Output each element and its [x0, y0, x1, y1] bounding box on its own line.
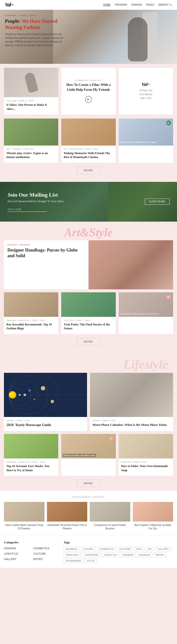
card-kowalski: FASHION / LIFESTYLE / JUNE 7, 2018 Roy K…	[4, 292, 58, 334]
section-title-lifestyle: Lifestyle	[0, 353, 177, 373]
card-category: DIY / ADVENTURE / JUNE 1, 2018	[64, 148, 113, 150]
art-style-content: FASHION / TRENDING Designer Handbags: Pu…	[0, 240, 177, 354]
featured-card-image	[89, 240, 173, 289]
nav-search[interactable]: SEARCH 🔍	[158, 4, 172, 6]
card-category: FASHION / LIFESTYLE / JUNE 7, 2018	[7, 319, 56, 322]
card-title: Moon Phase Calendar: What is the Moon Ph…	[92, 422, 170, 427]
sponsored-title: Hand Crafted Multi Coloured Chest Of Dra…	[4, 524, 45, 530]
card-body: YOUTUBE / JUNE 19, 2018 It Takes: One Pe…	[4, 97, 58, 114]
tag-highlight[interactable]: HIGHLIGHT	[64, 553, 81, 557]
tag-sponsored[interactable]: SPONSORED	[64, 558, 83, 563]
card-fitness: ▶ How Can I Lose Weight Fast in 3 Days?	[119, 118, 173, 163]
tag-retro[interactable]: RETRO	[154, 553, 166, 557]
footer-tags: Tags BANNERS COLORS COSMETICS CULTURE DI…	[64, 540, 173, 563]
card-grid-2: ART / TRAVEL / JUNE 2018 Theatre play re…	[4, 118, 173, 163]
card-title: Top 10 Awesome Face Masks: You Have to T…	[7, 464, 56, 472]
card-overlay-title: How Can I Lose Weight Fast in 3 Days?	[121, 141, 157, 144]
sponsored-item-2[interactable]: Handmade Terracotta Flower Pots & Plante…	[47, 502, 88, 530]
hero-title: People: We Have Started Wasting Fashion	[5, 18, 64, 30]
moon-image	[90, 373, 173, 417]
footer-cat-cosmetics[interactable]: COSMETICS	[33, 547, 59, 550]
tag-colors[interactable]: COLORS	[81, 547, 96, 551]
icon-badge: ▶	[109, 436, 114, 441]
section-1: YOUTUBE / JUNE 19, 2018 It Takes: One Pe…	[0, 64, 177, 118]
footer-cat-gallery[interactable]: GALLERY	[4, 558, 29, 560]
card-category: ART / TRAVEL / JUNE 2018	[7, 148, 56, 150]
card-film: COSMETICS / LIFESTYLE How To Create a Fi…	[61, 68, 116, 114]
more-button-2[interactable]: MORE	[77, 338, 100, 345]
lifestyle-featured: ASTRO / JUNE 7, 2018 2018: Yearly Horosc…	[0, 373, 177, 431]
art-card-grid: FASHION / LIFESTYLE / JUNE 7, 2018 Roy K…	[4, 292, 173, 334]
icon-badge: ▶	[166, 120, 171, 126]
card-overlay-title: Garden Art Ideas: By Urban Artist	[63, 454, 96, 457]
card-sheila: ▶ Meet Sheila: Contemporary Dance Instru…	[119, 292, 173, 334]
card-dance: YOUTUBE / JUNE 19, 2018 It Takes: One Pe…	[4, 68, 58, 114]
tags-grid: BANNERS COLORS COSMETICS CULTURE DIVA DI…	[64, 547, 173, 563]
tag-museum[interactable]: MUSEUM	[137, 553, 152, 557]
lifestyle-moon-card: ASTRO / JUNE 8, 2018 Moon Phase Calendar…	[90, 373, 173, 431]
hero-section: FASHION / JUNE 8, 2018 People: We Have S…	[0, 10, 177, 64]
lifestyle-cards: FASHION / LIFESTYLE / JUNE 7, 2018 Top 1…	[0, 434, 177, 487]
hero-content: FASHION / JUNE 8, 2018 People: We Have S…	[0, 10, 69, 52]
featured-card-art: FASHION / TRENDING Designer Handbags: Pu…	[4, 240, 173, 289]
avocado-image	[4, 434, 58, 458]
footer-cat-astro[interactable]: ASTRO	[33, 558, 59, 560]
sponsored-item-1[interactable]: Hand Crafted Multi Coloured Chest Of Dra…	[4, 502, 45, 530]
sponsored-item-3[interactable]: Comparison of Liquid Powder Brushes	[90, 502, 130, 530]
card-category: YOUTUBE / JUNE 19, 2018	[7, 100, 56, 102]
card-avocado: FASHION / LIFESTYLE / JUNE 7, 2018 Top 1…	[4, 434, 58, 476]
nav-pages[interactable]: PAGES	[146, 4, 154, 6]
footer-cat-culture[interactable]: CULTURE	[33, 552, 59, 555]
icon-badge: ▶	[166, 294, 171, 299]
tag-diva[interactable]: DIVA	[134, 547, 144, 551]
nav-home[interactable]: HOME	[103, 4, 111, 6]
tag-interview[interactable]: INTERVIEW	[83, 553, 100, 557]
sponsored-title: Comparison of Liquid Powder Brushes	[90, 524, 130, 530]
tag-lifestyle[interactable]: LIFESTYLE	[102, 553, 119, 557]
tag-gallery[interactable]: GALLERY	[156, 547, 171, 551]
tag-style[interactable]: STYLE	[85, 558, 97, 563]
sponsored-section: SPONSORED CONTENT Hand Crafted Multi Col…	[0, 491, 177, 535]
more-button-3[interactable]: MORE	[77, 480, 100, 487]
lifestyle-section: Lifestyle	[0, 353, 177, 487]
footer-cat-fashion[interactable]: FASHION	[4, 547, 29, 550]
navigation: Val~ HOME TRENDING FASHION PAGES SEARCH …	[0, 0, 177, 10]
tag-modern[interactable]: MODERN	[121, 553, 136, 557]
card-grid-1: YOUTUBE / JUNE 19, 2018 It Takes: One Pe…	[4, 68, 173, 114]
tag-banners[interactable]: BANNERS	[64, 547, 80, 551]
nav-logo[interactable]: Val~	[5, 2, 13, 8]
mailing-description: And Get Newest Articles Straight To Your…	[7, 200, 64, 203]
card-soap: FASHION / JUNE 8, 2018 How to Make: Your…	[119, 434, 173, 476]
footer-grid: Categories FASHION COSMETICS LIFESTYLE C…	[4, 540, 173, 563]
card-title: How to Make: Your Own Homemade Soap	[121, 464, 170, 472]
featured-card-body: FASHION / TRENDING Designer Handbags: Pu…	[4, 240, 89, 289]
mailing-section: Join Our Mailing List And Get Newest Art…	[0, 182, 177, 222]
section-2: ART / TRAVEL / JUNE 2018 Theatre play re…	[0, 118, 177, 182]
lifestyle-grid: FASHION / LIFESTYLE / JUNE 7, 2018 Top 1…	[4, 434, 173, 476]
card-overlay-title: Meet Sheila: Contemporary Dance Instruct…	[120, 313, 159, 315]
sponsored-title: Handmade Terracotta Flower Pots & Plante…	[47, 524, 88, 530]
footer-cat-lifestyle[interactable]: LIFESTYLE	[4, 552, 29, 555]
footer: Categories FASHION COSMETICS LIFESTYLE C…	[0, 535, 177, 568]
card-title: How To Create a Film: With a Little Help…	[64, 82, 113, 92]
more-button-1[interactable]: MORE	[77, 167, 100, 174]
play-button[interactable]: ▶	[85, 96, 92, 103]
card-category: FASHION / JUNE 8, 2018	[121, 461, 170, 463]
card-pottery: ▶ Garden Art Ideas: By Urban Artist	[61, 434, 116, 476]
tag-culture[interactable]: CULTURE	[117, 547, 133, 551]
hero-category: FASHION / JUNE 8, 2018	[5, 14, 64, 17]
card-field: ART / TRAVEL / JUNE 2018 Theatre play re…	[4, 118, 58, 163]
subscribe-button[interactable]: SUBSCRIBE	[145, 198, 170, 205]
mailing-email-input[interactable]	[7, 207, 47, 212]
ad-text: A Place For Your Banner 300 x 250	[139, 88, 153, 100]
ad-logo: Val~	[142, 82, 150, 87]
tag-diy[interactable]: DIY	[145, 547, 154, 551]
nav-trending[interactable]: TRENDING	[115, 4, 127, 6]
sponsored-item-4[interactable]: Best Organic Unflavored Lip Balm For Dry	[133, 502, 173, 530]
card-category: ASTRO / JUNE 8, 2018	[92, 420, 170, 422]
soap-image	[119, 434, 173, 458]
nav-fashion[interactable]: FASHION	[131, 4, 142, 6]
tag-cosmetics[interactable]: COSMETICS	[97, 547, 116, 551]
featured-card-category: FASHION / TRENDING	[7, 244, 85, 246]
mailing-form	[7, 207, 64, 212]
